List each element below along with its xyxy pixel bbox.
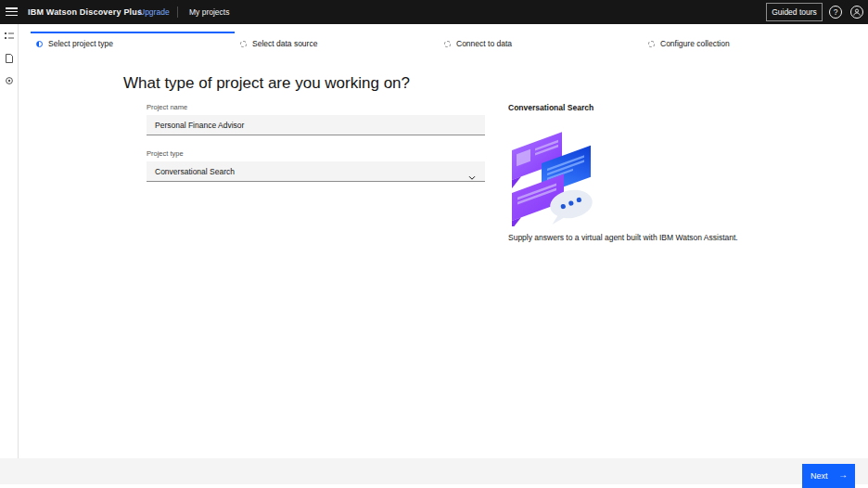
- step-label: Configure collection: [660, 39, 730, 48]
- help-icon[interactable]: ?: [829, 6, 842, 19]
- step-current-icon: [36, 41, 43, 47]
- progress-indicator: Select project type Select data source C…: [31, 32, 847, 48]
- next-button[interactable]: Next →: [802, 464, 855, 488]
- page-title: What type of project are you working on?: [123, 74, 410, 93]
- progress-step-connect-to-data[interactable]: Connect to data: [439, 32, 643, 48]
- my-projects-link[interactable]: My projects: [189, 0, 229, 24]
- project-form: Project name Project type Conversational…: [147, 103, 485, 182]
- next-button-label: Next: [811, 471, 828, 481]
- user-avatar-icon[interactable]: [850, 6, 863, 19]
- info-title: Conversational Search: [508, 103, 814, 112]
- progress-step-select-project-type[interactable]: Select project type: [31, 32, 235, 48]
- guided-tours-button[interactable]: Guided tours: [766, 3, 823, 21]
- info-description: Supply answers to a virtual agent built …: [508, 233, 814, 242]
- list-icon[interactable]: [5, 32, 14, 41]
- progress-step-select-data-source[interactable]: Select data source: [235, 32, 439, 48]
- project-name-label: Project name: [147, 103, 485, 111]
- step-incomplete-icon: [444, 41, 451, 47]
- header-divider: [177, 6, 178, 18]
- document-icon[interactable]: [5, 54, 14, 63]
- project-name-input[interactable]: [147, 115, 485, 135]
- gear-icon[interactable]: [5, 76, 14, 85]
- step-label: Select project type: [48, 39, 113, 48]
- project-type-select[interactable]: Conversational Search: [147, 161, 485, 182]
- step-label: Select data source: [252, 39, 317, 48]
- step-label: Connect to data: [456, 39, 512, 48]
- step-incomplete-icon: [240, 41, 247, 47]
- chevron-down-icon: [468, 168, 476, 185]
- progress-step-configure-collection[interactable]: Configure collection: [643, 32, 847, 48]
- step-incomplete-icon: [648, 41, 655, 47]
- left-nav-rail: [0, 24, 19, 458]
- chat-bubbles-illustration: [510, 126, 598, 230]
- footer-bar: [0, 458, 868, 484]
- project-type-info-panel: Conversational Search: [508, 103, 814, 112]
- project-type-label: Project type: [147, 149, 485, 158]
- watson-discovery-app: IBM Watson Discovery Plus Upgrade My pro…: [0, 0, 868, 488]
- arrow-right-icon: →: [838, 469, 848, 480]
- hamburger-menu-icon[interactable]: [6, 7, 18, 17]
- top-header-bar: IBM Watson Discovery Plus Upgrade My pro…: [0, 0, 868, 24]
- upgrade-link[interactable]: Upgrade: [139, 0, 170, 24]
- project-type-value: Conversational Search: [155, 161, 235, 182]
- app-brand-title: IBM Watson Discovery Plus: [28, 0, 142, 24]
